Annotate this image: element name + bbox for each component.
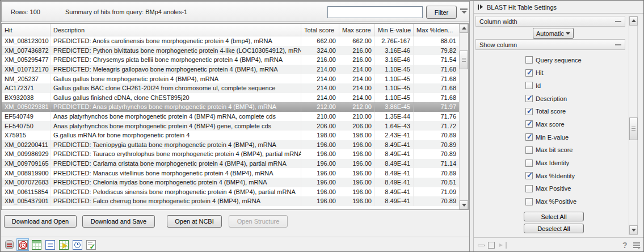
table-row[interactable]: XM_005295477PREDICTED: Chrysemys picta b… [2,55,459,65]
table-cell-description: Anas platyrhynchos bone morphogenetic pr… [50,112,301,121]
show-column-option-description[interactable]: Description [525,94,582,103]
export-table-button[interactable] [57,238,70,251]
scrollbar-thumb[interactable] [460,51,468,69]
show-column-option-max-bit-score[interactable]: Max bit score [525,146,582,154]
table-row[interactable]: AC172371Gallus gallus BAC clone CH261-20… [2,83,459,93]
show-column-option-min-e-value[interactable]: Min E-value [525,133,582,141]
table-row[interactable]: NM_205237Gallus gallus bone morphogeneti… [2,74,459,83]
show-column-checkbox-list: Query sequenceHitIdDescriptionTotal scor… [525,56,582,210]
table-row[interactable]: XM_010712170PREDICTED: Meleagris gallopa… [2,65,459,74]
checkbox-label: Total score [536,108,566,115]
table-row[interactable]: XM_005029381PREDICTED: Anas platyrhyncho… [2,102,459,112]
filter-input[interactable] [327,6,423,18]
table-cell-description: PREDICTED: Tauraco erythrolophus bone mo… [50,149,301,159]
show-column-option-max-identity[interactable]: Max %Identity [525,171,582,180]
side-panel-header[interactable]: BLAST Hit Table Settings [474,1,644,14]
show-column-option-max-positive[interactable]: Max Positive [525,184,582,193]
checkbox-checked-icon[interactable] [525,172,533,179]
table-view-icon [32,240,41,250]
table-row[interactable]: XM_007072683PREDICTED: Chelonia mydas bo… [2,178,459,187]
column-header-max-score[interactable]: Max score [339,24,375,36]
blast-hit-table: Hit Description Total score Max score Mi… [1,23,469,210]
table-row[interactable]: EF540749Anas platyrhynchos bone morphoge… [2,112,459,121]
minimize-panel-icon[interactable] [478,245,485,246]
checkbox-label: Min E-value [536,134,569,141]
table-row[interactable]: XM_002200411PREDICTED: Taeniopygia gutta… [2,140,459,150]
checkbox-checked-icon[interactable] [525,108,533,115]
table-cell-total_score: 214.00 [301,83,339,93]
table-row[interactable]: EF540750Anas platyrhynchos bone morphoge… [2,121,459,131]
advanced-filter-toggle-icon[interactable] [460,9,468,16]
column-header-description[interactable]: Description [50,24,301,36]
table-row[interactable]: XM_005437901PREDICTED: Falco cherrug bon… [2,196,459,206]
restore-panel-icon[interactable] [488,242,495,249]
query-summary-label: Summary of hits from query: BMp4 anoles-… [65,9,187,15]
checkbox-checked-icon[interactable] [525,120,533,128]
help-icon[interactable]: ? [622,241,628,250]
column-header-total-score[interactable]: Total score [301,24,339,36]
table-view-button[interactable] [30,238,43,251]
table-row[interactable]: XM_009986929PREDICTED: Tauraco erythrolo… [2,149,459,159]
column-header-hit[interactable]: Hit [2,24,50,36]
column-width-select[interactable]: Automatic [533,28,574,39]
show-column-option-max-identity[interactable]: Max Identity [525,159,582,167]
checkbox-unchecked-icon[interactable] [525,198,533,205]
show-column-group-header[interactable]: Show column [475,39,625,50]
scroll-up-arrow[interactable] [460,24,468,33]
table-row[interactable]: BX932038Gallus gallus finished cDNA, clo… [2,93,459,103]
scroll-down-arrow[interactable] [629,225,638,234]
table-cell-total_score: 212.00 [301,102,339,112]
show-column-option-max-score[interactable]: Max score [525,120,582,128]
table-row[interactable]: XM_006115854PREDICTED: Pelodiscus sinens… [2,187,459,197]
table-row[interactable]: XM_007436872PREDICTED: Python bivittatus… [2,46,459,56]
checkbox-checked-icon[interactable] [525,133,533,141]
select-all-button[interactable]: Select All [524,212,584,221]
show-column-option-query-sequence[interactable]: Query sequence [525,56,582,64]
database-button[interactable] [3,238,15,251]
checkbox-unchecked-icon[interactable] [525,146,533,154]
element-info-view-button[interactable] [85,238,97,251]
collapse-group-icon[interactable] [615,21,621,22]
checkbox-checked-icon[interactable] [525,69,533,77]
checkbox-label: Hit [536,69,543,76]
download-and-open-button[interactable]: Download and Open [4,215,77,228]
deselect-all-button[interactable]: Deselect All [524,224,584,233]
checkbox-checked-icon[interactable] [525,95,533,102]
checkbox-unchecked-icon[interactable] [525,159,533,167]
checkbox-unchecked-icon[interactable] [525,185,533,192]
table-vertical-scrollbar[interactable] [459,24,468,209]
show-column-option-hit[interactable]: Hit [525,69,582,77]
panel-vertical-scrollbar[interactable] [629,16,638,235]
collapse-group-icon[interactable] [615,44,621,45]
table-cell-min_evalue: 1.64E-43 [375,121,414,131]
show-column-option-id[interactable]: Id [525,81,582,90]
table-row[interactable]: XM_009709165PREDICTED: Cariama cristata … [2,159,459,169]
collapse-panel-icon[interactable] [478,5,483,10]
history-view-button[interactable] [71,238,83,251]
panel-menu-icon[interactable] [633,242,640,248]
scroll-up-arrow[interactable] [629,16,638,26]
table-cell-max_score: 206.00 [339,121,375,131]
checkbox-unchecked-icon[interactable] [525,56,533,64]
history-view-icon [73,240,82,250]
column-header-min-evalue[interactable]: Min E-value [375,24,414,36]
table-cell-total_score: 324.00 [301,46,339,56]
blast-hit-table-view-button[interactable] [16,238,29,251]
filter-button[interactable]: Filter [426,6,457,19]
table-row[interactable]: X75915G.gallus mRNA for bone morphogenet… [2,131,459,140]
column-width-group-header[interactable]: Column width [475,16,625,27]
checkbox-unchecked-icon[interactable] [525,82,533,89]
column-header-max-pct-identity[interactable]: Max %Iden... [414,24,459,36]
table-row[interactable]: XM_008919900PREDICTED: Manacus vitellinu… [2,168,459,178]
text-view-button[interactable] [44,238,56,251]
pane-splitter[interactable] [469,1,474,252]
scrollbar-thumb[interactable] [629,117,638,140]
show-column-option-total-score[interactable]: Total score [525,107,582,116]
download-and-save-button[interactable]: Download and Save [82,215,155,228]
table-cell-min_evalue: 8.49E-41 [375,149,414,159]
scroll-down-arrow[interactable] [460,200,468,209]
show-column-option-max-positive[interactable]: Max %Positive [525,198,582,206]
open-structure-button[interactable]: Open Structure [229,215,288,228]
open-at-ncbi-button[interactable]: Open at NCBI [167,215,222,228]
table-row[interactable]: XM_008123010PREDICTED: Anolis carolinens… [2,36,459,46]
